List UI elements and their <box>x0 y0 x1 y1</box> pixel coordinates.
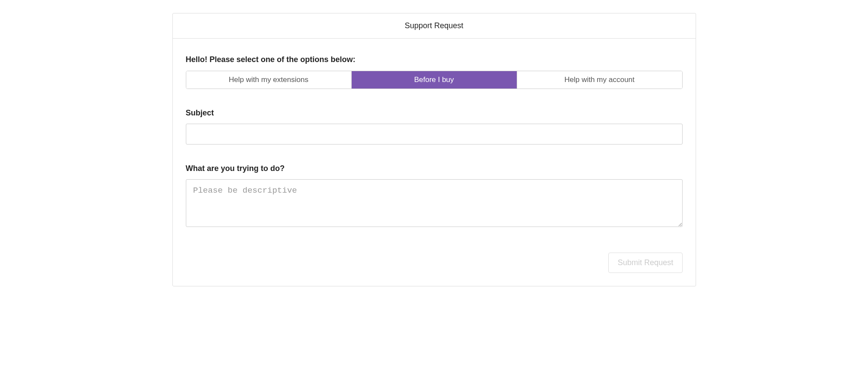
options-button-group: Help with my extensions Before I buy Hel… <box>186 71 683 89</box>
options-prompt: Hello! Please select one of the options … <box>186 55 683 64</box>
description-textarea[interactable] <box>186 179 683 227</box>
option-help-account[interactable]: Help with my account <box>517 71 682 89</box>
card-footer: Submit Request <box>186 253 683 273</box>
subject-input[interactable] <box>186 124 683 145</box>
card-body: Hello! Please select one of the options … <box>173 39 696 286</box>
option-before-buy[interactable]: Before I buy <box>351 71 517 89</box>
subject-label: Subject <box>186 108 683 118</box>
support-request-card: Support Request Hello! Please select one… <box>172 13 696 286</box>
description-label: What are you trying to do? <box>186 164 683 173</box>
card-header-title: Support Request <box>173 13 696 39</box>
submit-request-button[interactable]: Submit Request <box>608 253 682 273</box>
option-help-extensions[interactable]: Help with my extensions <box>186 71 351 89</box>
